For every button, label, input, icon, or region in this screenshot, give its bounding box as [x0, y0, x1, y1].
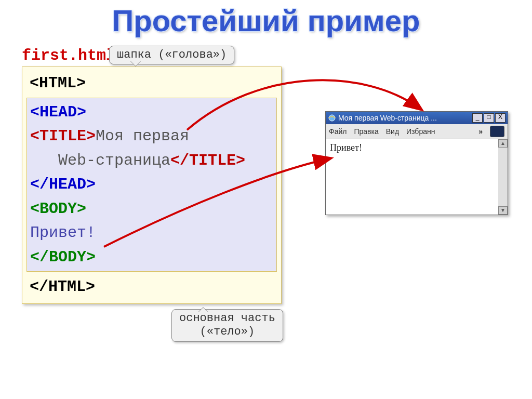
menu-overflow-icon[interactable]: »	[478, 127, 483, 136]
browser-title: Моя первая Web-страница ...	[338, 114, 472, 122]
browser-menubar: Файл Правка Вид Избранн »	[326, 124, 508, 139]
callout-body-line1: основная часть	[179, 312, 275, 325]
ie-icon	[328, 114, 336, 122]
minimize-button[interactable]: _	[472, 113, 483, 123]
tag-body-open: <BODY>	[30, 200, 86, 218]
code-block: <HTML> <HEAD> <TITLE>Моя первая Web-стра…	[22, 66, 282, 304]
tag-body-close: </BODY>	[30, 248, 96, 266]
callout-head: шапка («голова»)	[109, 46, 234, 64]
page-title: Простейший пример	[0, 3, 532, 38]
head-section: <HEAD> <TITLE>Моя первая Web-страница</T…	[26, 98, 277, 272]
menu-file[interactable]: Файл	[329, 127, 347, 136]
title-text-2: Web-страница	[58, 152, 170, 169]
tag-title-close: </TITLE>	[170, 152, 245, 169]
callout-body: основная часть («тело»)	[171, 309, 283, 342]
svg-point-0	[329, 115, 335, 121]
globe-icon[interactable]	[490, 126, 504, 137]
tag-title-open: <TITLE>	[30, 127, 96, 145]
title-text-1: Моя первая	[96, 127, 189, 145]
tag-head-open: <HEAD>	[30, 103, 86, 121]
scrollbar-up-button[interactable]: ▲	[498, 139, 508, 148]
tag-head-close: </HEAD>	[30, 176, 96, 193]
menu-view[interactable]: Вид	[386, 127, 399, 136]
close-button[interactable]: X	[495, 113, 506, 123]
maximize-button[interactable]: □	[484, 113, 494, 123]
browser-titlebar[interactable]: Моя первая Web-страница ... _ □ X	[326, 112, 508, 124]
menu-edit[interactable]: Правка	[354, 127, 378, 136]
browser-window: Моя первая Web-страница ... _ □ X Файл П…	[325, 111, 508, 215]
tag-html-close: </HTML>	[30, 278, 95, 296]
tag-html-open: <HTML>	[30, 74, 86, 92]
filename-label: first.html	[22, 47, 115, 64]
body-text: Привет!	[30, 224, 96, 242]
scrollbar-down-button[interactable]: ▼	[498, 206, 508, 215]
menu-favorites[interactable]: Избранн	[406, 127, 435, 136]
browser-viewport: Привет! ▲ ▼	[326, 139, 508, 215]
callout-body-line2: («тело»)	[200, 325, 255, 338]
page-content: Привет!	[330, 142, 362, 153]
